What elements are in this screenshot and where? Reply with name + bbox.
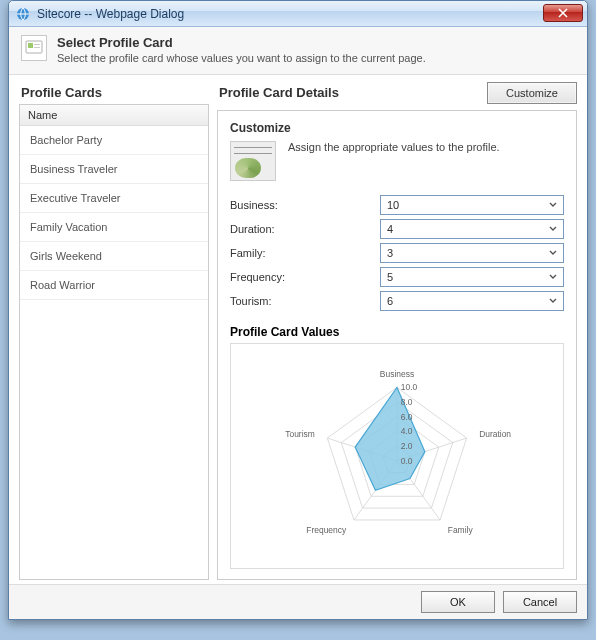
left-pane: Profile Cards Name Bachelor PartyBusines… <box>19 81 209 580</box>
content-area: Profile Cards Name Bachelor PartyBusines… <box>9 75 587 584</box>
profile-thumbnail <box>230 141 276 181</box>
chevron-down-icon <box>545 245 561 261</box>
customize-button[interactable]: Customize <box>487 82 577 104</box>
profile-card-item[interactable]: Executive Traveler <box>20 184 208 213</box>
svg-text:8.0: 8.0 <box>401 397 413 407</box>
profile-card-item[interactable]: Road Warrior <box>20 271 208 300</box>
svg-text:Tourism: Tourism <box>285 429 315 439</box>
name-column-header: Name <box>20 105 208 126</box>
field-label: Frequency: <box>230 271 380 283</box>
header-title: Select Profile Card <box>57 35 426 50</box>
field-select[interactable]: 5 <box>380 267 564 287</box>
svg-text:Business: Business <box>380 369 414 379</box>
field-select[interactable]: 10 <box>380 195 564 215</box>
cancel-button[interactable]: Cancel <box>503 591 577 613</box>
svg-text:2.0: 2.0 <box>401 441 413 451</box>
profile-card-icon <box>21 35 47 61</box>
field-label: Business: <box>230 199 380 211</box>
svg-text:10.0: 10.0 <box>401 382 418 392</box>
profile-cards-list: Name Bachelor PartyBusiness TravelerExec… <box>19 104 209 580</box>
field-select[interactable]: 6 <box>380 291 564 311</box>
svg-text:6.0: 6.0 <box>401 412 413 422</box>
ie-icon <box>15 6 31 22</box>
profile-field-row: Family:3 <box>230 243 564 263</box>
details-box: Customize Assign the appropriate values … <box>217 110 577 580</box>
svg-text:4.0: 4.0 <box>401 426 413 436</box>
close-icon <box>558 8 568 18</box>
svg-rect-3 <box>34 44 40 45</box>
dialog-header: Select Profile Card Select the profile c… <box>9 27 587 75</box>
chevron-down-icon <box>545 197 561 213</box>
dialog-window: Sitecore -- Webpage Dialog Select Profil… <box>8 0 588 620</box>
radar-chart: 0.02.04.06.08.010.0BusinessDurationFamil… <box>230 343 564 569</box>
chevron-down-icon <box>545 293 561 309</box>
profile-field-row: Frequency:5 <box>230 267 564 287</box>
chevron-down-icon <box>545 269 561 285</box>
values-section-title: Profile Card Values <box>230 325 564 339</box>
field-value: 5 <box>387 271 393 283</box>
profile-field-row: Tourism:6 <box>230 291 564 311</box>
close-button[interactable] <box>543 4 583 22</box>
window-title: Sitecore -- Webpage Dialog <box>37 7 184 21</box>
field-value: 6 <box>387 295 393 307</box>
field-label: Duration: <box>230 223 380 235</box>
details-title: Profile Card Details <box>217 81 341 104</box>
profile-cards-title: Profile Cards <box>19 81 209 104</box>
field-label: Family: <box>230 247 380 259</box>
header-subtitle: Select the profile card whose values you… <box>57 52 426 64</box>
svg-rect-4 <box>34 47 40 48</box>
profile-field-row: Duration:4 <box>230 219 564 239</box>
chevron-down-icon <box>545 221 561 237</box>
profile-card-item[interactable]: Family Vacation <box>20 213 208 242</box>
field-select[interactable]: 3 <box>380 243 564 263</box>
right-pane: Profile Card Details Customize Customize… <box>217 81 577 580</box>
svg-text:0.0: 0.0 <box>401 456 413 466</box>
titlebar[interactable]: Sitecore -- Webpage Dialog <box>9 1 587 27</box>
profile-card-item[interactable]: Business Traveler <box>20 155 208 184</box>
ok-button[interactable]: OK <box>421 591 495 613</box>
field-value: 4 <box>387 223 393 235</box>
customize-desc: Assign the appropriate values to the pro… <box>288 141 500 153</box>
field-label: Tourism: <box>230 295 380 307</box>
svg-text:Duration: Duration <box>479 429 511 439</box>
svg-text:Frequency: Frequency <box>306 525 347 535</box>
field-value: 3 <box>387 247 393 259</box>
svg-rect-2 <box>28 43 33 48</box>
field-value: 10 <box>387 199 399 211</box>
customize-section-title: Customize <box>230 121 564 135</box>
svg-text:Family: Family <box>448 525 474 535</box>
profile-card-item[interactable]: Bachelor Party <box>20 126 208 155</box>
profile-field-row: Business:10 <box>230 195 564 215</box>
field-select[interactable]: 4 <box>380 219 564 239</box>
profile-card-item[interactable]: Girls Weekend <box>20 242 208 271</box>
dialog-footer: OK Cancel <box>9 584 587 619</box>
